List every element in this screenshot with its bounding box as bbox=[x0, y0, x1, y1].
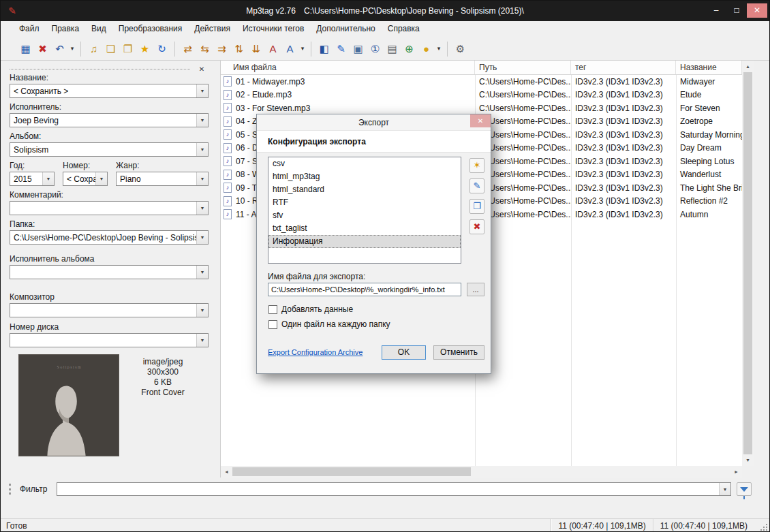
disc-number-combobox[interactable]: ▼ bbox=[10, 333, 209, 347]
actions-menu-icon[interactable]: ▾ bbox=[298, 40, 307, 57]
dialog-close-button[interactable]: ✕ bbox=[470, 114, 491, 127]
scroll-left-icon[interactable]: ◄ bbox=[221, 466, 232, 478]
scroll-right-icon[interactable]: ► bbox=[730, 466, 742, 478]
export-config-item[interactable]: Информация bbox=[268, 235, 461, 248]
undo-icon[interactable]: ↶ bbox=[51, 40, 68, 57]
export-filename-input[interactable] bbox=[268, 283, 461, 296]
new-config-button[interactable]: ✶ bbox=[469, 158, 484, 173]
composer-combobox[interactable]: ▼ bbox=[10, 303, 209, 317]
album-cover-icon[interactable]: ▣ bbox=[350, 40, 367, 57]
extended-tags-icon[interactable]: ✎ bbox=[333, 40, 350, 57]
track-combobox[interactable]: < Сохра ▼ bbox=[63, 172, 108, 186]
chevron-down-icon[interactable]: ▼ bbox=[196, 266, 208, 279]
tag-sources-icon[interactable]: ● bbox=[418, 40, 435, 57]
scroll-up-icon[interactable]: ▲ bbox=[742, 61, 754, 72]
chevron-down-icon[interactable]: ▼ bbox=[196, 172, 208, 185]
export-config-item[interactable]: txt_taglist bbox=[268, 222, 461, 235]
album-combobox[interactable]: Solipsism ▼ bbox=[10, 142, 209, 157]
convert-textfile-tag-icon[interactable]: ⇅ bbox=[230, 40, 247, 57]
column-header-path[interactable]: Путь bbox=[475, 61, 571, 74]
chevron-down-icon[interactable]: ▼ bbox=[196, 143, 208, 156]
tag-sources-menu-icon[interactable]: ▾ bbox=[435, 40, 443, 57]
maximize-button[interactable]: □ bbox=[726, 3, 747, 18]
delete-config-button[interactable]: ✖ bbox=[469, 219, 484, 234]
autonumbering-icon[interactable]: ① bbox=[367, 40, 384, 57]
year-combobox[interactable]: 2015 ▼ bbox=[10, 172, 55, 186]
append-data-checkbox[interactable]: Добавлять данные bbox=[268, 304, 353, 314]
export-config-item[interactable]: RTF bbox=[268, 196, 461, 209]
tag-panel-close-icon[interactable]: ✕ bbox=[197, 65, 206, 74]
paste-icon[interactable]: ❐ bbox=[119, 40, 136, 57]
chevron-down-icon[interactable]: ▼ bbox=[42, 172, 54, 185]
comment-combobox[interactable]: ▼ bbox=[10, 201, 209, 215]
chevron-down-icon[interactable]: ▼ bbox=[95, 172, 107, 185]
menu-tag-sources[interactable]: Источники тегов bbox=[236, 21, 310, 36]
menu-actions[interactable]: Действия bbox=[188, 21, 236, 36]
menu-help[interactable]: Справка bbox=[382, 21, 426, 36]
playlist-icon[interactable]: ♫ bbox=[85, 40, 102, 57]
export-config-item[interactable]: sfv bbox=[268, 209, 461, 222]
horizontal-scrollbar[interactable]: ◄ ► bbox=[221, 466, 742, 478]
table-row[interactable]: ♪03 - For Steven.mp3C:\Users\Home-PC\Des… bbox=[221, 101, 742, 115]
copy-config-button[interactable]: ❐ bbox=[469, 199, 484, 214]
filter-grip[interactable] bbox=[9, 484, 12, 495]
chevron-down-icon[interactable]: ▼ bbox=[196, 202, 208, 215]
menu-tools[interactable]: Дополнительно bbox=[310, 21, 381, 36]
export-icon[interactable]: ▤ bbox=[384, 40, 401, 57]
menu-view[interactable]: Вид bbox=[85, 21, 112, 36]
options-icon[interactable]: ⚙ bbox=[452, 40, 469, 57]
genre-combobox[interactable]: Piano ▼ bbox=[116, 172, 209, 186]
menu-file[interactable]: Файл bbox=[13, 21, 46, 36]
copy-icon[interactable]: ❏ bbox=[102, 40, 119, 57]
save-icon[interactable]: ▦ bbox=[17, 40, 34, 57]
title-combobox[interactable]: < Сохранить > ▼ bbox=[10, 84, 209, 98]
chevron-down-icon[interactable]: ▼ bbox=[196, 84, 208, 97]
refresh-icon[interactable]: ↻ bbox=[153, 40, 170, 57]
export-config-item[interactable]: html_standard bbox=[268, 183, 461, 196]
chevron-down-icon[interactable]: ▼ bbox=[196, 334, 208, 347]
table-row[interactable]: ♪01 - Midwayer.mp3C:\Users\Home-PC\Des..… bbox=[221, 75, 742, 89]
remove-tag-icon[interactable]: ✖ bbox=[34, 40, 51, 57]
menu-convert[interactable]: Преобразования bbox=[112, 21, 189, 36]
column-header-filename[interactable]: Имя файла bbox=[221, 61, 475, 74]
web-icon[interactable]: ⊕ bbox=[401, 40, 418, 57]
chevron-down-icon[interactable]: ▼ bbox=[196, 231, 208, 244]
table-row[interactable]: ♪02 - Etude.mp3C:\Users\Home-PC\Des...ID… bbox=[221, 89, 742, 102]
convert-tag-tag-icon[interactable]: ⇊ bbox=[247, 40, 264, 57]
chevron-down-icon[interactable]: ▼ bbox=[196, 304, 208, 317]
cancel-button[interactable]: Отменить bbox=[433, 345, 484, 360]
filter-input[interactable] bbox=[57, 483, 719, 495]
browse-button[interactable]: ... bbox=[467, 283, 484, 296]
column-header-title[interactable]: Название bbox=[676, 61, 742, 74]
scroll-down-icon[interactable]: ▼ bbox=[742, 454, 754, 466]
export-config-item[interactable]: csv bbox=[268, 157, 461, 170]
quick-actions-icon[interactable]: A bbox=[281, 40, 298, 57]
convert-filename-filename-icon[interactable]: ⇉ bbox=[213, 40, 230, 57]
album-artist-combobox[interactable]: ▼ bbox=[10, 265, 209, 279]
edit-config-button[interactable]: ✎ bbox=[469, 178, 484, 193]
directory-combobox[interactable]: C:\Users\Home-PC\Desktop\Joep Beving - S… bbox=[10, 230, 209, 245]
horizontal-scrollbar-thumb[interactable] bbox=[232, 467, 471, 476]
one-file-per-folder-checkbox[interactable]: Один файл на каждую папку bbox=[268, 319, 390, 329]
chevron-down-icon[interactable]: ▼ bbox=[196, 114, 208, 127]
minimize-button[interactable]: – bbox=[706, 3, 726, 18]
export-config-item[interactable]: html_mp3tag bbox=[268, 170, 461, 183]
filter-apply-button[interactable] bbox=[737, 482, 752, 496]
convert-tag-filename-icon[interactable]: ⇄ bbox=[179, 40, 196, 57]
artist-combobox[interactable]: Joep Beving ▼ bbox=[10, 113, 209, 127]
menu-edit[interactable]: Правка bbox=[46, 21, 86, 36]
resize-grip[interactable] bbox=[766, 529, 767, 531]
dialog-title-bar[interactable]: Экспорт ✕ bbox=[257, 114, 491, 131]
ok-button[interactable]: OK bbox=[382, 345, 426, 360]
actions-icon[interactable]: A bbox=[264, 40, 281, 57]
album-cover-image[interactable]: S o l i p s i s m bbox=[18, 354, 119, 456]
undo-menu-icon[interactable]: ▾ bbox=[68, 40, 76, 57]
filter-combobox[interactable]: ▼ bbox=[57, 482, 731, 496]
favorites-icon[interactable]: ★ bbox=[136, 40, 153, 57]
column-header-tag[interactable]: тег bbox=[571, 61, 676, 74]
close-button[interactable]: ✕ bbox=[747, 3, 767, 18]
convert-filename-tag-icon[interactable]: ⇆ bbox=[196, 40, 213, 57]
vertical-scrollbar[interactable]: ▲ ▼ bbox=[742, 61, 754, 466]
export-config-archive-link[interactable]: Export Configuration Archive bbox=[268, 348, 363, 356]
tag-panel-grip[interactable] bbox=[10, 69, 190, 69]
